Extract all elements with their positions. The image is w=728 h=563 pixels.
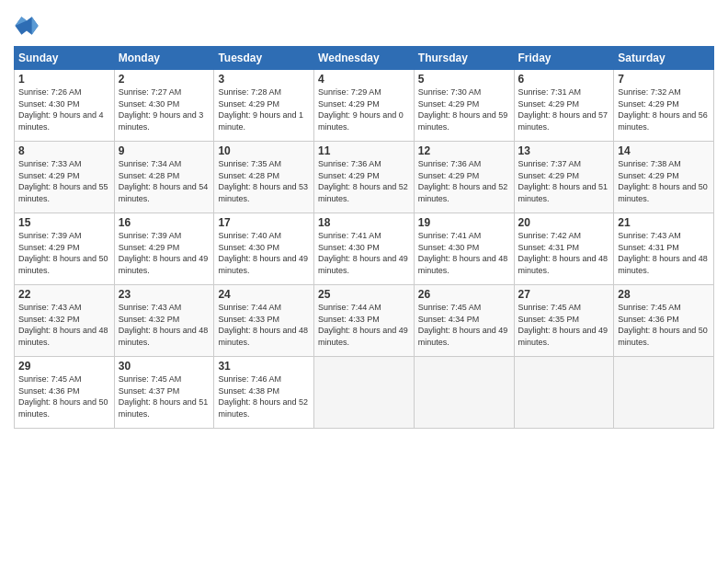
calendar-cell — [514, 357, 614, 429]
day-info: Sunrise: 7:39 AMSunset: 4:29 PMDaylight:… — [18, 231, 108, 275]
calendar-week-3: 15Sunrise: 7:39 AMSunset: 4:29 PMDayligh… — [15, 213, 714, 285]
day-info: Sunrise: 7:33 AMSunset: 4:29 PMDaylight:… — [18, 159, 108, 203]
day-info: Sunrise: 7:45 AMSunset: 4:35 PMDaylight:… — [518, 303, 609, 347]
day-number: 21 — [618, 216, 710, 229]
day-number: 27 — [518, 288, 610, 301]
day-number: 5 — [418, 73, 510, 86]
col-header-tuesday: Tuesday — [214, 47, 314, 70]
day-info: Sunrise: 7:37 AMSunset: 4:29 PMDaylight:… — [518, 159, 609, 203]
day-info: Sunrise: 7:43 AMSunset: 4:32 PMDaylight:… — [119, 303, 209, 347]
day-info: Sunrise: 7:44 AMSunset: 4:33 PMDaylight:… — [218, 303, 308, 347]
day-number: 19 — [418, 216, 510, 229]
day-number: 16 — [119, 216, 210, 229]
day-info: Sunrise: 7:41 AMSunset: 4:30 PMDaylight:… — [418, 231, 508, 275]
day-number: 8 — [18, 144, 110, 157]
day-number: 17 — [218, 216, 310, 229]
calendar-cell: 1Sunrise: 7:26 AMSunset: 4:30 PMDaylight… — [15, 70, 115, 142]
day-number: 10 — [218, 144, 310, 157]
day-number: 1 — [18, 73, 110, 86]
day-number: 18 — [318, 216, 410, 229]
calendar-cell: 23Sunrise: 7:43 AMSunset: 4:32 PMDayligh… — [114, 285, 214, 357]
day-info: Sunrise: 7:26 AMSunset: 4:30 PMDaylight:… — [18, 87, 104, 132]
day-number: 26 — [418, 288, 510, 301]
day-number: 4 — [318, 73, 410, 86]
calendar-cell — [414, 357, 514, 429]
day-info: Sunrise: 7:38 AMSunset: 4:29 PMDaylight:… — [618, 159, 708, 203]
day-info: Sunrise: 7:39 AMSunset: 4:29 PMDaylight:… — [119, 231, 209, 275]
header — [14, 9, 714, 39]
day-number: 15 — [18, 216, 110, 229]
day-info: Sunrise: 7:36 AMSunset: 4:29 PMDaylight:… — [318, 159, 408, 203]
day-number: 2 — [119, 73, 210, 86]
calendar-week-5: 29Sunrise: 7:45 AMSunset: 4:36 PMDayligh… — [15, 357, 714, 429]
calendar-cell: 16Sunrise: 7:39 AMSunset: 4:29 PMDayligh… — [114, 213, 214, 285]
col-header-wednesday: Wednesday — [314, 47, 415, 70]
calendar-cell: 28Sunrise: 7:45 AMSunset: 4:36 PMDayligh… — [614, 285, 714, 357]
day-number: 11 — [318, 144, 410, 157]
calendar-cell: 11Sunrise: 7:36 AMSunset: 4:29 PMDayligh… — [314, 142, 415, 213]
day-info: Sunrise: 7:30 AMSunset: 4:29 PMDaylight:… — [418, 87, 508, 132]
calendar-cell: 21Sunrise: 7:43 AMSunset: 4:31 PMDayligh… — [614, 213, 714, 285]
calendar-cell: 24Sunrise: 7:44 AMSunset: 4:33 PMDayligh… — [214, 285, 314, 357]
day-number: 24 — [218, 288, 310, 301]
day-info: Sunrise: 7:29 AMSunset: 4:29 PMDaylight:… — [318, 87, 404, 132]
calendar-cell: 4Sunrise: 7:29 AMSunset: 4:29 PMDaylight… — [314, 70, 415, 142]
calendar-cell — [314, 357, 415, 429]
calendar-cell: 13Sunrise: 7:37 AMSunset: 4:29 PMDayligh… — [514, 142, 614, 213]
calendar-cell: 17Sunrise: 7:40 AMSunset: 4:30 PMDayligh… — [214, 213, 314, 285]
calendar-cell: 12Sunrise: 7:36 AMSunset: 4:29 PMDayligh… — [414, 142, 514, 213]
day-info: Sunrise: 7:45 AMSunset: 4:36 PMDaylight:… — [618, 303, 708, 347]
col-header-saturday: Saturday — [614, 47, 714, 70]
calendar-week-4: 22Sunrise: 7:43 AMSunset: 4:32 PMDayligh… — [15, 285, 714, 357]
day-number: 22 — [18, 288, 110, 301]
calendar-cell: 31Sunrise: 7:46 AMSunset: 4:38 PMDayligh… — [214, 357, 314, 429]
col-header-friday: Friday — [514, 47, 614, 70]
calendar-cell: 15Sunrise: 7:39 AMSunset: 4:29 PMDayligh… — [15, 213, 115, 285]
day-info: Sunrise: 7:42 AMSunset: 4:31 PMDaylight:… — [518, 231, 609, 275]
day-info: Sunrise: 7:45 AMSunset: 4:37 PMDaylight:… — [119, 374, 209, 419]
calendar-cell: 6Sunrise: 7:31 AMSunset: 4:29 PMDaylight… — [514, 70, 614, 142]
day-info: Sunrise: 7:34 AMSunset: 4:28 PMDaylight:… — [119, 159, 209, 203]
calendar-cell: 26Sunrise: 7:45 AMSunset: 4:34 PMDayligh… — [414, 285, 514, 357]
day-info: Sunrise: 7:43 AMSunset: 4:31 PMDaylight:… — [618, 231, 708, 275]
calendar-cell: 18Sunrise: 7:41 AMSunset: 4:30 PMDayligh… — [314, 213, 415, 285]
day-info: Sunrise: 7:36 AMSunset: 4:29 PMDaylight:… — [418, 159, 508, 203]
day-info: Sunrise: 7:27 AMSunset: 4:30 PMDaylight:… — [119, 87, 204, 132]
day-number: 29 — [18, 360, 110, 373]
calendar-cell: 5Sunrise: 7:30 AMSunset: 4:29 PMDaylight… — [414, 70, 514, 142]
day-number: 23 — [119, 288, 210, 301]
day-number: 28 — [618, 288, 710, 301]
day-number: 30 — [119, 360, 210, 373]
calendar-cell: 29Sunrise: 7:45 AMSunset: 4:36 PMDayligh… — [15, 357, 115, 429]
calendar-week-2: 8Sunrise: 7:33 AMSunset: 4:29 PMDaylight… — [15, 142, 714, 213]
calendar-week-1: 1Sunrise: 7:26 AMSunset: 4:30 PMDaylight… — [15, 70, 714, 142]
day-number: 25 — [318, 288, 410, 301]
day-number: 6 — [518, 73, 610, 86]
calendar-cell: 19Sunrise: 7:41 AMSunset: 4:30 PMDayligh… — [414, 213, 514, 285]
calendar-cell: 14Sunrise: 7:38 AMSunset: 4:29 PMDayligh… — [614, 142, 714, 213]
calendar-cell: 8Sunrise: 7:33 AMSunset: 4:29 PMDaylight… — [15, 142, 115, 213]
calendar-cell: 10Sunrise: 7:35 AMSunset: 4:28 PMDayligh… — [214, 142, 314, 213]
day-info: Sunrise: 7:46 AMSunset: 4:38 PMDaylight:… — [218, 374, 308, 419]
day-number: 31 — [218, 360, 310, 373]
day-info: Sunrise: 7:45 AMSunset: 4:34 PMDaylight:… — [418, 303, 508, 347]
calendar-table: SundayMondayTuesdayWednesdayThursdayFrid… — [14, 46, 714, 429]
day-number: 12 — [418, 144, 510, 157]
calendar-cell: 20Sunrise: 7:42 AMSunset: 4:31 PMDayligh… — [514, 213, 614, 285]
calendar-cell: 22Sunrise: 7:43 AMSunset: 4:32 PMDayligh… — [15, 285, 115, 357]
day-info: Sunrise: 7:35 AMSunset: 4:28 PMDaylight:… — [218, 159, 308, 203]
col-header-thursday: Thursday — [414, 47, 514, 70]
day-number: 9 — [119, 144, 210, 157]
day-info: Sunrise: 7:31 AMSunset: 4:29 PMDaylight:… — [518, 87, 609, 132]
calendar-cell: 7Sunrise: 7:32 AMSunset: 4:29 PMDaylight… — [614, 70, 714, 142]
calendar-cell: 27Sunrise: 7:45 AMSunset: 4:35 PMDayligh… — [514, 285, 614, 357]
logo-icon — [14, 13, 40, 39]
day-info: Sunrise: 7:28 AMSunset: 4:29 PMDaylight:… — [218, 87, 303, 132]
day-number: 13 — [518, 144, 610, 157]
day-info: Sunrise: 7:44 AMSunset: 4:33 PMDaylight:… — [318, 303, 408, 347]
calendar-cell — [614, 357, 714, 429]
day-info: Sunrise: 7:43 AMSunset: 4:32 PMDaylight:… — [18, 303, 108, 347]
day-info: Sunrise: 7:45 AMSunset: 4:36 PMDaylight:… — [18, 374, 108, 419]
day-number: 3 — [218, 73, 310, 86]
day-info: Sunrise: 7:32 AMSunset: 4:29 PMDaylight:… — [618, 87, 708, 132]
